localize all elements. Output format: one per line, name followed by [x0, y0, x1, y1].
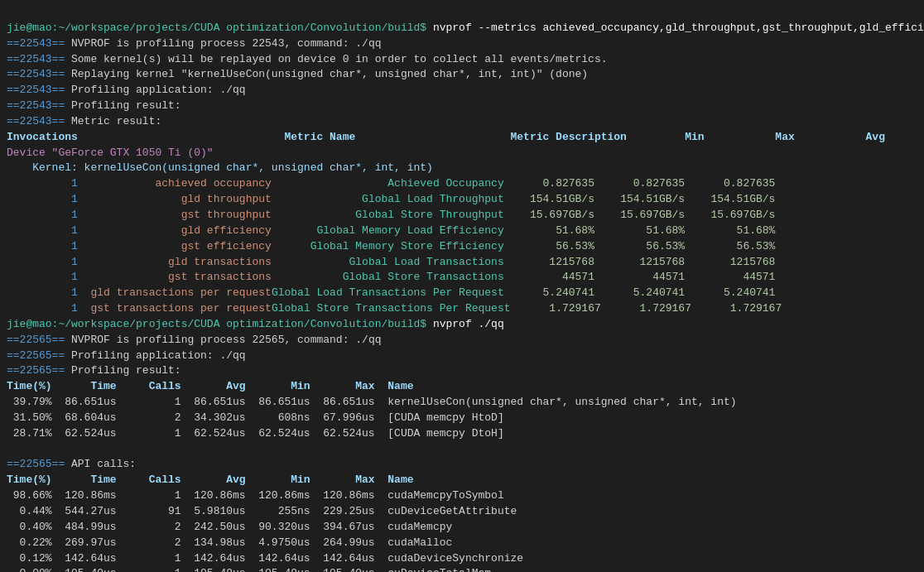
data-text: 0.22% 269.97us 2 134.98us 4.9750us 264.9…: [7, 536, 452, 549]
info-line: ==22543== Metric result:: [7, 114, 917, 130]
metric-desc: Global Load Throughput: [272, 193, 504, 205]
metric-row: 1 gld transactions per requestGlobal Loa…: [7, 286, 917, 301]
table-header: Time(%) Time Calls Avg Min Max Name: [7, 379, 917, 395]
metric-row: 1 gst efficiency Global Memory Store Eff…: [7, 239, 917, 255]
metric-name: gld transactions: [78, 256, 272, 268]
metric-min: 56.53%: [504, 240, 594, 252]
metric-min: 44571: [504, 271, 594, 283]
metric-name: gld efficiency: [78, 224, 272, 237]
metric-min: 0.827635: [504, 177, 594, 190]
data-text: 98.66% 120.86ms 1 120.86ms 120.86ms 120.…: [7, 489, 504, 502]
metric-name: gst efficiency: [78, 240, 272, 252]
metric-desc: Global Store Throughput: [272, 209, 504, 221]
info-line: ==22565== Profiling result:: [7, 363, 917, 379]
metric-avg: 0.827635: [685, 177, 775, 190]
metric-avg: 51.68%: [685, 224, 775, 237]
metric-max: 5.240741: [594, 286, 685, 299]
terminal-window: jie@mao:~/workspace/projects/CUDA optimi…: [0, 0, 924, 572]
metric-avg: 1215768: [685, 256, 775, 268]
metric-name: gld throughput: [78, 193, 272, 205]
metric-min: 15.697GB/s: [504, 209, 594, 221]
info-line: ==22543== Profiling application: ./qq: [7, 83, 917, 99]
metric-desc: Global Memory Store Efficiency: [272, 240, 504, 252]
table-header: Time(%) Time Calls Avg Min Max Name: [7, 473, 917, 488]
invocation-count: 1: [71, 240, 78, 252]
data-text: 28.71% 62.524us 1 62.524us 62.524us 62.5…: [7, 427, 504, 440]
metric-desc: Global Load Transactions Per Request: [272, 286, 504, 299]
metric-avg: 5.240741: [685, 286, 775, 299]
metric-row: 1 gst transactions Global Store Transact…: [7, 270, 917, 286]
metric-avg: 1.729167: [691, 302, 782, 315]
metric-max: 154.51GB/s: [594, 193, 685, 205]
data-row: 0.09% 105.49us 1 105.49us 105.49us 105.4…: [7, 566, 917, 572]
metric-desc: Global Memory Load Efficiency: [272, 224, 504, 237]
metric-name: gst throughput: [78, 209, 272, 221]
command-text: nvprof ./qq: [426, 318, 504, 330]
data-row: 0.40% 484.99us 2 242.50us 90.320us 394.6…: [7, 520, 917, 536]
info-line: ==22565== Profiling application: ./qq: [7, 348, 917, 364]
command-text: nvprof --metrics achieved_occupancy,gld_…: [426, 22, 924, 34]
device-line: Device "GeForce GTX 1050 Ti (0)": [7, 146, 917, 161]
invocation-count: 1: [71, 177, 78, 190]
data-text: 0.12% 142.64us 1 142.64us 142.64us 142.6…: [7, 552, 523, 565]
metric-row: 1 gst transactions per requestGlobal Sto…: [7, 301, 917, 317]
metric-max: 15.697GB/s: [594, 209, 685, 221]
metric-min: 51.68%: [504, 224, 594, 237]
info-text: ==22543== Some kernel(s) will be replaye…: [7, 53, 608, 65]
info-text: ==22543== NVPROF is profiling process 22…: [7, 37, 381, 50]
device-text: Device "GeForce GTX 1050 Ti (0)": [7, 147, 214, 159]
info-text: ==22565== API calls:: [7, 458, 136, 470]
header-text: Time(%) Time Calls Avg Min Max Name: [7, 473, 413, 486]
prompt: jie@mao:~/workspace/projects/CUDA optimi…: [7, 22, 426, 34]
info-line: ==22543== Profiling result:: [7, 99, 917, 114]
invocation-count: 1: [71, 193, 78, 205]
info-line: ==22543== NVPROF is profiling process 22…: [7, 36, 917, 52]
info-text: ==22565== NVPROF is profiling process 22…: [7, 334, 381, 346]
kernel-text: Kernel: kernelUseCon(unsigned char*, uns…: [7, 161, 433, 174]
data-row: 31.50% 68.604us 2 34.302us 608ns 67.996u…: [7, 411, 917, 426]
data-text: 31.50% 68.604us 2 34.302us 608ns 67.996u…: [7, 411, 504, 424]
invocation-count: 1: [71, 209, 78, 221]
metric-min: 1215768: [504, 256, 594, 268]
metric-avg: 154.51GB/s: [685, 193, 775, 205]
metric-desc: Global Store Transactions Per Request: [272, 302, 511, 315]
prompt: jie@mao:~/workspace/projects/CUDA optimi…: [7, 318, 426, 330]
data-row: 28.71% 62.524us 1 62.524us 62.524us 62.5…: [7, 426, 917, 442]
blank-line: [7, 442, 917, 458]
info-line: ==22543== Some kernel(s) will be replaye…: [7, 52, 917, 68]
data-text: 0.09% 105.49us 1 105.49us 105.49us 105.4…: [7, 567, 491, 572]
metric-max: 0.827635: [594, 177, 685, 190]
invocation-count: 1: [71, 302, 78, 315]
command-line: jie@mao:~/workspace/projects/CUDA optimi…: [7, 21, 917, 36]
invocation-count: 1: [71, 256, 78, 268]
data-text: 0.40% 484.99us 2 242.50us 90.320us 394.6…: [7, 521, 452, 533]
metric-name: gst transactions: [78, 271, 272, 283]
metric-name: achieved occupancy: [78, 177, 272, 190]
metric-max: 56.53%: [594, 240, 685, 252]
data-text: 39.79% 86.651us 1 86.651us 86.651us 86.6…: [7, 396, 737, 408]
data-row: 0.12% 142.64us 1 142.64us 142.64us 142.6…: [7, 551, 917, 567]
metric-min: 154.51GB/s: [504, 193, 594, 205]
metric-max: 44571: [594, 271, 685, 283]
data-row: 98.66% 120.86ms 1 120.86ms 120.86ms 120.…: [7, 488, 917, 504]
data-row: 0.44% 544.27us 91 5.9810us 255ns 229.25u…: [7, 504, 917, 520]
data-row: 39.79% 86.651us 1 86.651us 86.651us 86.6…: [7, 395, 917, 411]
kernel-line: Kernel: kernelUseCon(unsigned char*, uns…: [7, 161, 917, 176]
info-line: ==22543== Replaying kernel "kernelUseCon…: [7, 67, 917, 83]
metric-row: 1 gst throughput Global Store Throughput…: [7, 208, 917, 224]
metric-name: gld transactions per request: [78, 286, 272, 299]
header-text: Invocations Metric Name Metric Descripti…: [7, 131, 885, 143]
table-header: Invocations Metric Name Metric Descripti…: [7, 130, 917, 146]
metric-max: 1.729167: [601, 302, 691, 315]
metric-desc: Global Store Transactions: [272, 271, 504, 283]
metric-avg: 56.53%: [685, 240, 775, 252]
metric-avg: 15.697GB/s: [685, 209, 775, 221]
command-line: jie@mao:~/workspace/projects/CUDA optimi…: [7, 317, 917, 333]
metric-min: 1.729167: [511, 302, 601, 315]
metric-row: 1 gld efficiency Global Memory Load Effi…: [7, 224, 917, 239]
info-text: ==22543== Profiling result:: [7, 99, 181, 112]
info-text: ==22565== Profiling application: ./qq: [7, 349, 246, 362]
metric-max: 1215768: [594, 256, 685, 268]
data-text: 0.44% 544.27us 91 5.9810us 255ns 229.25u…: [7, 505, 517, 517]
invocation-count: 1: [71, 286, 78, 299]
